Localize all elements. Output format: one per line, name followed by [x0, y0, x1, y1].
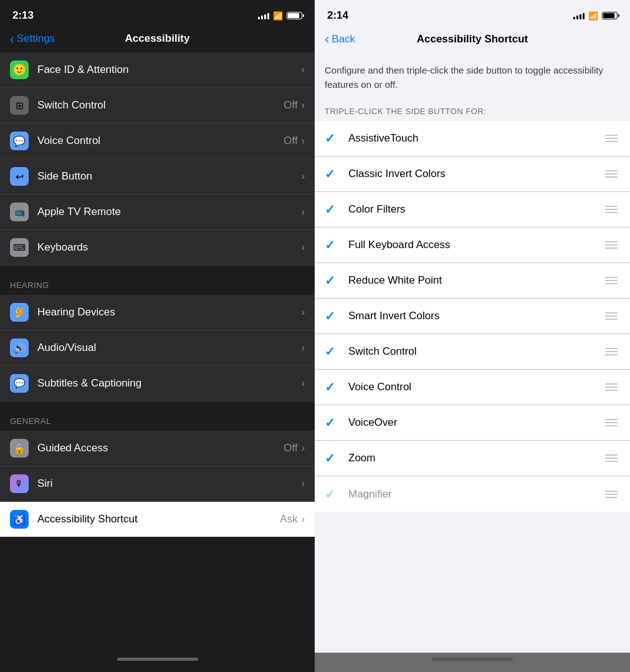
audio-visual-label: Audio/Visual — [37, 342, 302, 354]
shortcut-section-label: TRIPLE-CLICK THE SIDE BUTTON FOR: — [315, 99, 630, 121]
audio-visual-row[interactable]: 🔊 Audio/Visual › — [0, 330, 315, 366]
shortcut-voiceover-row[interactable]: ✓ VoiceOver — [315, 405, 630, 441]
right-back-button[interactable]: ‹ Back — [325, 32, 355, 46]
full-keyboard-check-icon: ✓ — [325, 238, 343, 252]
voice-control-value: Off — [284, 135, 297, 147]
voice-control-row[interactable]: 💬 Voice Control Off › — [0, 123, 315, 159]
zoom-label: Zoom — [343, 452, 603, 464]
switch-control-shortcut-label: Switch Control — [343, 345, 603, 358]
full-keyboard-drag-handle[interactable] — [603, 239, 620, 251]
assistivetouch-label: AssistiveTouch — [343, 132, 603, 145]
face-id-row[interactable]: 🙂 Face ID & Attention › — [0, 52, 315, 88]
shortcut-full-keyboard-row[interactable]: ✓ Full Keyboard Access — [315, 228, 630, 263]
apple-tv-remote-icon: 📺 — [10, 203, 29, 221]
voice-control-label: Voice Control — [37, 135, 284, 147]
back-chevron-icon: ‹ — [10, 32, 14, 45]
general-section-header: GENERAL — [0, 401, 315, 431]
guided-access-value: Off — [284, 442, 297, 454]
accessibility-shortcut-row[interactable]: ♿ Accessibility Shortcut Ask › — [0, 502, 315, 537]
right-status-icons: 📶 — [573, 11, 618, 21]
apple-tv-remote-label: Apple TV Remote — [37, 206, 302, 218]
switch-control-drag-handle[interactable] — [603, 345, 620, 358]
shortcut-assistivetouch-row[interactable]: ✓ AssistiveTouch — [315, 121, 630, 156]
switch-control-value: Off — [284, 99, 297, 112]
wifi-icon: 📶 — [273, 11, 283, 21]
guided-access-label: Guided Access — [37, 442, 284, 454]
signal-bars-icon — [258, 12, 269, 19]
shortcut-switch-control-row[interactable]: ✓ Switch Control — [315, 334, 630, 370]
description-text: Configure and then triple-click the side… — [325, 64, 620, 92]
classic-invert-drag-handle[interactable] — [603, 168, 620, 180]
shortcut-magnifier-row[interactable]: ✓ Magnifier — [315, 476, 630, 512]
face-id-chevron-icon: › — [302, 64, 305, 75]
zoom-drag-handle[interactable] — [603, 452, 620, 464]
right-time: 2:14 — [327, 9, 348, 22]
shortcut-classic-invert-row[interactable]: ✓ Classic Invert Colors — [315, 156, 630, 192]
hearing-devices-chevron-icon: › — [302, 307, 305, 318]
subtitles-icon: 💬 — [10, 374, 29, 393]
right-battery-icon — [602, 12, 618, 19]
right-back-chevron-icon: ‹ — [325, 32, 329, 46]
reduce-white-check-icon: ✓ — [325, 273, 343, 288]
assistivetouch-drag-handle[interactable] — [603, 132, 620, 145]
accessibility-shortcut-value: Ask — [280, 513, 297, 526]
right-home-indicator — [432, 658, 513, 661]
keyboards-icon: ⌨ — [10, 238, 29, 257]
keyboards-row[interactable]: ⌨ Keyboards › — [0, 230, 315, 266]
side-button-label: Side Button — [37, 170, 302, 183]
magnifier-drag-handle[interactable] — [603, 488, 620, 501]
guided-access-row[interactable]: 🔒 Guided Access Off › — [0, 431, 315, 466]
voiceover-label: VoiceOver — [343, 416, 603, 429]
settings-back-button[interactable]: ‹ Settings — [10, 32, 55, 45]
hearing-devices-row[interactable]: 👂 Hearing Devices › — [0, 295, 315, 330]
settings-back-label: Settings — [17, 32, 55, 45]
description-box: Configure and then triple-click the side… — [315, 54, 630, 99]
smart-invert-drag-handle[interactable] — [603, 310, 620, 322]
switch-control-chevron-icon: › — [302, 100, 305, 111]
voiceover-drag-handle[interactable] — [603, 416, 620, 429]
right-status-bar: 2:14 📶 — [315, 0, 630, 27]
voice-control-chevron-icon: › — [302, 135, 305, 146]
audio-visual-chevron-icon: › — [302, 342, 305, 353]
right-signal-icon — [573, 12, 585, 19]
shortcut-color-filters-row[interactable]: ✓ Color Filters — [315, 192, 630, 228]
left-page-title: Accessibility — [125, 32, 190, 45]
face-id-icon: 🙂 — [10, 60, 29, 79]
shortcut-smart-invert-row[interactable]: ✓ Smart Invert Colors — [315, 299, 630, 334]
right-back-label: Back — [332, 33, 355, 46]
side-button-icon: ↩ — [10, 167, 29, 186]
siri-row[interactable]: 🎙 Siri › — [0, 466, 315, 502]
accessibility-shortcut-icon: ♿ — [10, 510, 29, 529]
voice-control-drag-handle[interactable] — [603, 381, 620, 393]
assistivetouch-check-icon: ✓ — [325, 131, 343, 146]
apple-tv-remote-chevron-icon: › — [302, 206, 305, 218]
reduce-white-drag-handle[interactable] — [603, 274, 620, 287]
classic-invert-check-icon: ✓ — [325, 166, 343, 181]
accessibility-shortcut-label: Accessibility Shortcut — [37, 513, 280, 526]
shortcut-reduce-white-row[interactable]: ✓ Reduce White Point — [315, 263, 630, 299]
subtitles-row[interactable]: 💬 Subtitles & Captioning › — [0, 366, 315, 401]
color-filters-drag-handle[interactable] — [603, 203, 620, 216]
apple-tv-remote-row[interactable]: 📺 Apple TV Remote › — [0, 194, 315, 230]
shortcut-voice-control-row[interactable]: ✓ Voice Control — [315, 370, 630, 405]
right-wifi-icon: 📶 — [588, 11, 598, 21]
right-bottom-bar — [315, 653, 630, 672]
siri-chevron-icon: › — [302, 478, 305, 489]
left-time: 2:13 — [12, 9, 34, 22]
shortcut-list: ✓ AssistiveTouch ✓ Classic Invert Colors… — [315, 121, 630, 512]
face-id-label: Face ID & Attention — [37, 64, 302, 76]
switch-control-check-icon: ✓ — [325, 344, 343, 359]
switch-control-label: Switch Control — [37, 99, 284, 112]
switch-control-row[interactable]: ⊞ Switch Control Off › — [0, 88, 315, 123]
shortcut-zoom-row[interactable]: ✓ Zoom — [315, 441, 630, 476]
reduce-white-label: Reduce White Point — [343, 274, 603, 287]
left-nav-bar: ‹ Settings Accessibility — [0, 27, 315, 52]
voice-control-check-icon: ✓ — [325, 380, 343, 395]
smart-invert-check-icon: ✓ — [325, 309, 343, 324]
classic-invert-label: Classic Invert Colors — [343, 168, 603, 180]
hearing-devices-icon: 👂 — [10, 303, 29, 322]
left-home-indicator — [117, 658, 198, 661]
voice-control-shortcut-label: Voice Control — [343, 381, 603, 393]
side-button-chevron-icon: › — [302, 171, 305, 182]
side-button-row[interactable]: ↩ Side Button › — [0, 159, 315, 194]
